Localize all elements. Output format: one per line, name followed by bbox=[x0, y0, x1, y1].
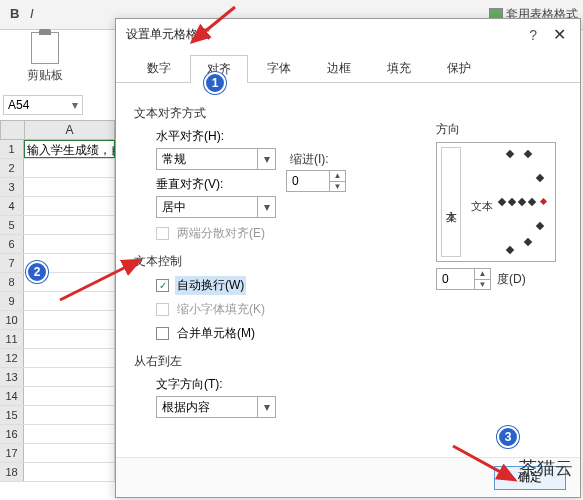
orientation-control[interactable]: 文本 文本 bbox=[436, 142, 556, 262]
callout-3: 3 bbox=[497, 426, 519, 448]
wrap-text-label: 自动换行(W) bbox=[175, 276, 246, 295]
cell[interactable] bbox=[24, 463, 115, 481]
shrink-fit-checkbox: 缩小字体填充(K) bbox=[156, 300, 562, 319]
arc-center-label: 文本 bbox=[471, 199, 493, 214]
callout-1: 1 bbox=[204, 72, 226, 94]
table-row: 5 bbox=[0, 216, 115, 235]
help-icon[interactable]: ? bbox=[529, 27, 537, 43]
row-header[interactable]: 3 bbox=[0, 178, 24, 196]
cell[interactable] bbox=[24, 235, 115, 253]
bold-icon[interactable]: B bbox=[10, 6, 19, 21]
cell[interactable] bbox=[24, 216, 115, 234]
indent-spinner[interactable]: ▲ ▼ bbox=[286, 170, 346, 192]
row-header[interactable]: 1 bbox=[0, 140, 24, 158]
select-all-corner[interactable] bbox=[1, 121, 25, 139]
dialog-footer: 确定 bbox=[116, 457, 580, 497]
vertical-text-button[interactable]: 文本 bbox=[441, 147, 461, 257]
tab-0[interactable]: 数字 bbox=[130, 54, 188, 82]
degree-spinner[interactable]: ▲ ▼ bbox=[436, 268, 491, 290]
tab-5[interactable]: 保护 bbox=[430, 54, 488, 82]
justify-distributed-label: 两端分散对齐(E) bbox=[175, 224, 267, 243]
chevron-down-icon[interactable]: ▾ bbox=[257, 197, 275, 217]
table-row: 4 bbox=[0, 197, 115, 216]
cell[interactable] bbox=[24, 368, 115, 386]
cell[interactable] bbox=[24, 292, 115, 310]
row-header[interactable]: 17 bbox=[0, 444, 24, 462]
dialog-body: 文本对齐方式 水平对齐(H): 常规 ▾ 缩进(I): 垂直对齐(V): 居中 … bbox=[116, 83, 580, 457]
watermark: 茶猫云 bbox=[519, 456, 573, 480]
halign-select[interactable]: 常规 ▾ bbox=[156, 148, 276, 170]
tab-3[interactable]: 边框 bbox=[310, 54, 368, 82]
dialog-tabs: 数字对齐字体边框填充保护 bbox=[116, 50, 580, 83]
table-row: 10 bbox=[0, 311, 115, 330]
indent-label: 缩进(I): bbox=[290, 151, 329, 168]
row-header[interactable]: 13 bbox=[0, 368, 24, 386]
spin-up-icon[interactable]: ▲ bbox=[329, 171, 345, 182]
row-header[interactable]: 10 bbox=[0, 311, 24, 329]
cell[interactable] bbox=[24, 311, 115, 329]
tab-2[interactable]: 字体 bbox=[250, 54, 308, 82]
table-row: 12 bbox=[0, 349, 115, 368]
row-header[interactable]: 15 bbox=[0, 406, 24, 424]
row-header[interactable]: 5 bbox=[0, 216, 24, 234]
row-header[interactable]: 11 bbox=[0, 330, 24, 348]
spin-up-icon[interactable]: ▲ bbox=[474, 269, 490, 280]
dialog-title-text: 设置单元格格式 bbox=[126, 26, 529, 43]
cell[interactable] bbox=[24, 387, 115, 405]
table-row: 18 bbox=[0, 463, 115, 482]
worksheet: A 1输入学生成绩，自动23456789101112131415161718 bbox=[0, 120, 115, 500]
tab-4[interactable]: 填充 bbox=[370, 54, 428, 82]
cell[interactable] bbox=[24, 406, 115, 424]
valign-select[interactable]: 居中 ▾ bbox=[156, 196, 276, 218]
orientation-title: 方向 bbox=[436, 121, 564, 138]
cell[interactable] bbox=[24, 425, 115, 443]
merge-cells-checkbox[interactable]: 合并单元格(M) bbox=[156, 324, 562, 343]
row-header[interactable]: 16 bbox=[0, 425, 24, 443]
chevron-down-icon[interactable]: ▾ bbox=[257, 397, 275, 417]
orientation-arc[interactable]: 文本 bbox=[469, 151, 547, 253]
cell[interactable]: 输入学生成绩，自动 bbox=[24, 140, 115, 158]
textdir-select[interactable]: 根据内容 ▾ bbox=[156, 396, 276, 418]
row-header[interactable]: 4 bbox=[0, 197, 24, 215]
chevron-down-icon[interactable]: ▾ bbox=[68, 98, 82, 112]
table-row: 17 bbox=[0, 444, 115, 463]
row-header[interactable]: 14 bbox=[0, 387, 24, 405]
checkbox-box bbox=[156, 227, 169, 240]
degree-input[interactable] bbox=[437, 272, 477, 286]
callout-2: 2 bbox=[26, 261, 48, 283]
clipboard-icon[interactable] bbox=[31, 32, 59, 64]
table-row: 3 bbox=[0, 178, 115, 197]
table-row: 2 bbox=[0, 159, 115, 178]
cell[interactable] bbox=[24, 159, 115, 177]
italic-icon[interactable]: I bbox=[30, 6, 34, 21]
spin-down-icon[interactable]: ▼ bbox=[329, 182, 345, 192]
row-header[interactable]: 2 bbox=[0, 159, 24, 177]
table-row: 11 bbox=[0, 330, 115, 349]
table-row: 13 bbox=[0, 368, 115, 387]
cell[interactable] bbox=[24, 178, 115, 196]
halign-value: 常规 bbox=[162, 151, 186, 168]
cell[interactable] bbox=[24, 197, 115, 215]
close-icon[interactable]: ✕ bbox=[549, 25, 570, 44]
row-header[interactable]: 18 bbox=[0, 463, 24, 481]
spin-down-icon[interactable]: ▼ bbox=[474, 280, 490, 290]
halign-label: 水平对齐(H): bbox=[156, 129, 224, 143]
chevron-down-icon[interactable]: ▾ bbox=[257, 149, 275, 169]
row-header[interactable]: 7 bbox=[0, 254, 24, 272]
row-header[interactable]: 9 bbox=[0, 292, 24, 310]
table-row: 15 bbox=[0, 406, 115, 425]
column-header-a[interactable]: A bbox=[25, 121, 114, 139]
cell[interactable] bbox=[24, 330, 115, 348]
cell[interactable] bbox=[24, 444, 115, 462]
indent-input[interactable] bbox=[287, 174, 327, 188]
row-header[interactable]: 8 bbox=[0, 273, 24, 291]
table-row: 7 bbox=[0, 254, 115, 273]
row-header[interactable]: 12 bbox=[0, 349, 24, 367]
row-header[interactable]: 6 bbox=[0, 235, 24, 253]
shrink-fit-label: 缩小字体填充(K) bbox=[175, 300, 267, 319]
cell[interactable] bbox=[24, 349, 115, 367]
name-box[interactable]: ▾ bbox=[3, 95, 83, 115]
textdir-label: 文字方向(T): bbox=[156, 377, 223, 391]
dialog-titlebar: 设置单元格格式 ? ✕ bbox=[116, 19, 580, 50]
name-box-input[interactable] bbox=[4, 98, 59, 112]
